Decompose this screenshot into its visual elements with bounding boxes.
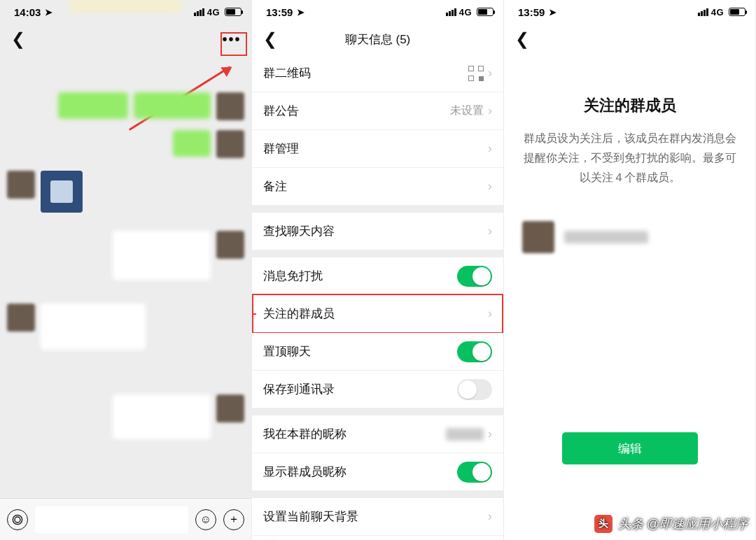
cell-group-qr[interactable]: 群二维码 › [252, 55, 503, 92]
cell-pin[interactable]: 置顶聊天 [252, 333, 503, 371]
cell-manage[interactable]: 群管理 › [252, 130, 503, 168]
chevron-right-icon: › [488, 179, 492, 194]
page-title: 聊天信息 (5) [252, 31, 503, 48]
cell-mute[interactable]: 消息免打扰 [252, 257, 503, 295]
chevron-right-icon: › [488, 427, 492, 441]
cell-show-nick[interactable]: 显示群成员昵称 [252, 453, 503, 491]
avatar [522, 221, 554, 253]
cell-follow-members[interactable]: 关注的群成员 › [252, 295, 503, 333]
back-button[interactable]: ❮ [7, 28, 29, 50]
message-input[interactable] [35, 506, 188, 533]
screen-chat: 14:03 ➤ 4G ❮ ••• [0, 0, 252, 540]
status-network: 4G [194, 7, 241, 17]
screen-followed-members: 13:59 ➤ 4G ❮ 关注的群成员 群成员设为关注后，该成员在群内发消息会提… [504, 0, 756, 540]
chevron-right-icon: › [488, 306, 492, 321]
cell-search-chat[interactable]: 查找聊天内容 › [252, 213, 503, 250]
settings-list: 群二维码 › 群公告 未设置 › 群管理 › 备注 › 查找聊天内容 › 消息免… [252, 55, 503, 540]
chevron-right-icon: › [488, 141, 492, 156]
back-button[interactable]: ❮ [511, 28, 533, 50]
chat-input-bar: ☺ ＋ [0, 498, 251, 540]
voice-button[interactable] [7, 509, 28, 530]
chevron-right-icon: › [488, 536, 492, 540]
cell-remark[interactable]: 备注 › [252, 168, 503, 206]
avatar[interactable] [216, 92, 244, 120]
cell-announcement[interactable]: 群公告 未设置 › [252, 92, 503, 130]
member-row[interactable] [522, 221, 737, 253]
status-time: 13:59 [518, 6, 545, 18]
chat-body [0, 55, 251, 498]
cell-cut-off[interactable]: --- › [252, 536, 503, 540]
status-time: 14:03 [14, 6, 41, 18]
toggle-show-nick[interactable] [457, 462, 492, 483]
chevron-right-icon: › [488, 66, 492, 80]
emoji-button[interactable]: ☺ [195, 509, 216, 530]
toggle-pin[interactable] [457, 341, 492, 362]
image-message[interactable] [41, 171, 83, 213]
description-text: 群成员设为关注后，该成员在群内发消息会提醒你关注，不受到免打扰的影响。最多可以关… [522, 129, 737, 187]
avatar[interactable] [216, 130, 244, 158]
annotation-highlight [220, 32, 247, 56]
content-body: 关注的群成员 群成员设为关注后，该成员在群内发消息会提醒你关注，不受到免打扰的影… [504, 55, 755, 540]
avatar[interactable] [216, 395, 244, 422]
status-bar: 13:59 ➤ 4G [504, 0, 755, 24]
nav-bar: ❮ 聊天信息 (5) [252, 24, 503, 55]
cell-nickname[interactable]: 我在本群的昵称 › [252, 415, 503, 453]
watermark: 头 头条 @即速应用小程序 [594, 515, 748, 533]
toggle-mute[interactable] [457, 266, 492, 287]
toggle-save-contacts[interactable] [457, 379, 492, 400]
chevron-right-icon: › [488, 509, 492, 524]
chevron-right-icon: › [488, 224, 492, 239]
signal-icon [194, 8, 204, 16]
nav-bar: ❮ ••• [0, 24, 251, 55]
nav-bar: ❮ [504, 24, 755, 55]
signal-icon [698, 8, 708, 16]
avatar[interactable] [7, 304, 35, 332]
cell-background[interactable]: 设置当前聊天背景 › [252, 498, 503, 536]
back-button[interactable]: ❮ [259, 28, 281, 50]
battery-icon [729, 8, 746, 16]
nickname-value-blurred [446, 428, 484, 441]
watermark-logo-icon: 头 [594, 515, 612, 533]
edit-button[interactable]: 编辑 [562, 432, 698, 464]
location-icon: ➤ [297, 7, 304, 17]
status-network: 4G [698, 7, 746, 17]
status-network: 4G [446, 7, 493, 17]
heading: 关注的群成员 [522, 95, 737, 116]
location-icon: ➤ [45, 7, 52, 17]
member-name-blurred [564, 231, 648, 243]
status-time: 13:59 [266, 6, 293, 18]
chat-title-blurred [70, 0, 182, 13]
status-bar: 13:59 ➤ 4G [252, 0, 503, 24]
signal-icon [446, 8, 456, 16]
avatar[interactable] [7, 171, 35, 199]
screen-chat-info: 13:59 ➤ 4G ❮ 聊天信息 (5) 群二维码 › 群公告 未设置 › 群… [252, 0, 504, 540]
annotation-dash [252, 313, 256, 315]
battery-icon [477, 8, 493, 16]
avatar[interactable] [216, 231, 244, 259]
qr-icon [468, 66, 484, 81]
add-button[interactable]: ＋ [223, 509, 244, 530]
battery-icon [225, 8, 241, 16]
chevron-right-icon: › [488, 104, 492, 118]
cell-save-contacts[interactable]: 保存到通讯录 [252, 371, 503, 408]
svg-point-0 [15, 517, 20, 523]
location-icon: ➤ [549, 7, 556, 17]
watermark-text: 头条 @即速应用小程序 [618, 516, 748, 532]
